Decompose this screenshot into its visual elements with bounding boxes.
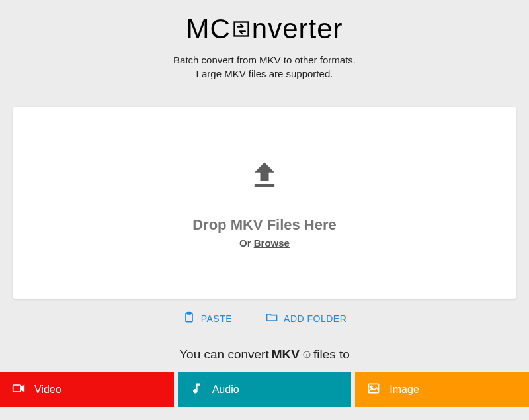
convert-suffix: files to — [313, 347, 350, 362]
category-tabs: Video Audio Image — [0, 372, 529, 407]
svg-rect-6 — [13, 385, 21, 392]
video-icon — [12, 382, 25, 398]
folder-icon — [265, 311, 278, 326]
file-dropzone[interactable]: Drop MKV Files Here Or Browse — [13, 107, 516, 299]
upload-icon — [247, 158, 282, 195]
convert-arrows-icon — [232, 20, 251, 38]
video-label: Video — [34, 384, 61, 396]
svg-point-5 — [307, 353, 307, 353]
or-text: Or — [239, 237, 254, 249]
svg-rect-2 — [187, 312, 190, 314]
subtitle-line1: Batch convert from MKV to other formats. — [173, 53, 356, 67]
svg-point-8 — [371, 386, 373, 388]
convert-prefix: You can convert — [179, 347, 269, 362]
clipboard-icon — [183, 311, 196, 326]
convert-to-text: You can convert MKV files to — [179, 347, 350, 362]
tab-image[interactable]: Image — [355, 372, 529, 407]
app-subtitle: Batch convert from MKV to other formats.… — [173, 53, 356, 81]
add-folder-button[interactable]: ADD FOLDER — [265, 311, 346, 326]
subtitle-line2: Large MKV files are supported. — [173, 67, 356, 81]
dropzone-actions: PASTE ADD FOLDER — [183, 311, 347, 326]
app-logo: MC nverter — [186, 13, 343, 45]
tab-audio[interactable]: Audio — [178, 372, 352, 407]
image-icon — [367, 382, 380, 398]
info-icon[interactable] — [303, 351, 311, 358]
add-folder-label: ADD FOLDER — [284, 314, 346, 324]
audio-icon — [190, 382, 203, 398]
tab-video[interactable]: Video — [0, 372, 174, 407]
paste-button[interactable]: PASTE — [183, 311, 232, 326]
convert-format: MKV — [272, 347, 300, 362]
audio-label: Audio — [212, 384, 239, 396]
paste-label: PASTE — [201, 314, 232, 324]
image-label: Image — [389, 384, 419, 396]
logo-text-part1: MC — [186, 13, 230, 45]
browse-link[interactable]: Browse — [254, 237, 290, 249]
logo-text-part2: nverter — [252, 13, 343, 45]
browse-line: Or Browse — [239, 237, 290, 249]
drop-files-text: Drop MKV Files Here — [192, 216, 337, 233]
